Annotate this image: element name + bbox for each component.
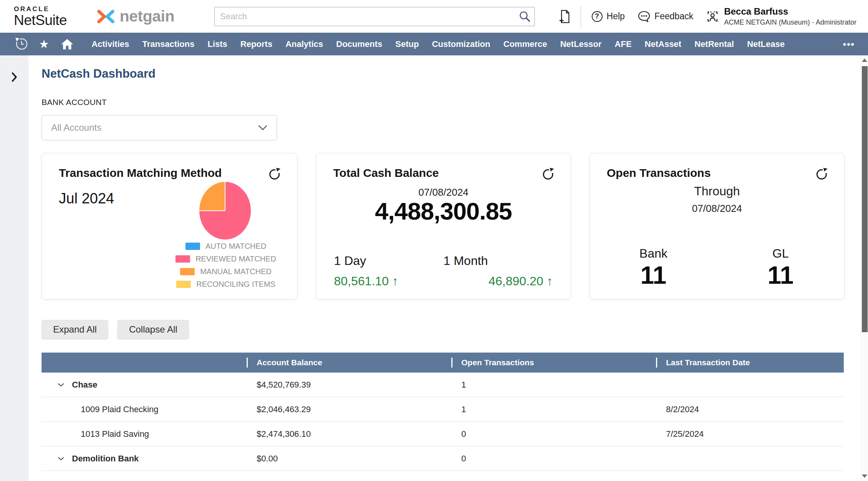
account-balance: $4,520,769.39 bbox=[247, 380, 451, 390]
oracle-netsuite-logo[interactable]: ORACLE NetSuite bbox=[14, 6, 67, 27]
help-button[interactable]: Help bbox=[592, 11, 625, 22]
netsuite-app: ORACLE NetSuite netgain bbox=[0, 0, 868, 481]
header-actions: Help Feedback bbox=[559, 6, 868, 27]
expand-panel-chevron-icon[interactable] bbox=[12, 72, 17, 83]
legend-label: AUTO MATCHED bbox=[205, 242, 266, 251]
nav-overflow-icon[interactable]: ••• bbox=[843, 39, 855, 50]
nav-item-afe[interactable]: AFE bbox=[608, 39, 638, 49]
column-header-account-balance: Account Balance bbox=[247, 358, 451, 367]
account-balance: $0.00 bbox=[247, 454, 451, 464]
netgain-wordmark: netgain bbox=[120, 7, 174, 25]
legend-item[interactable]: RECONCILING ITEMS bbox=[176, 279, 275, 290]
search-icon[interactable] bbox=[519, 10, 531, 23]
nav-item-netasset[interactable]: NetAsset bbox=[638, 39, 688, 49]
favorites-icon[interactable] bbox=[39, 38, 49, 50]
page-body: NetCash Dashboard BANK ACCOUNT All Accou… bbox=[0, 55, 868, 481]
help-label: Help bbox=[607, 11, 625, 22]
help-icon bbox=[592, 11, 603, 22]
create-new-icon[interactable] bbox=[559, 10, 571, 23]
home-icon[interactable] bbox=[61, 38, 73, 50]
bank-count-column: Bank 11 bbox=[590, 246, 717, 288]
collapse-group-chevron-icon[interactable] bbox=[58, 457, 64, 461]
netgain-x-icon bbox=[95, 8, 116, 25]
legend-label: REVIEWED MATCHED bbox=[195, 255, 276, 263]
one-month-label: 1 Month bbox=[444, 254, 553, 268]
card-title: Transaction Matching Method bbox=[59, 166, 222, 180]
account-name: Chase bbox=[72, 380, 97, 390]
card-title: Open Transactions bbox=[607, 166, 711, 180]
nav-item-netrental[interactable]: NetRental bbox=[688, 39, 741, 49]
nav-item-setup[interactable]: Setup bbox=[389, 39, 426, 49]
column-header-open-transactions: Open Transactions bbox=[451, 358, 656, 367]
open-transactions-count: 0 bbox=[451, 429, 656, 439]
legend-item[interactable]: MANUAL MATCHED bbox=[180, 266, 272, 277]
refresh-icon[interactable] bbox=[269, 168, 282, 180]
open-transactions-count: 1 bbox=[451, 380, 656, 390]
balance-as-of-date: 07/08/2024 bbox=[316, 186, 571, 198]
through-date: 07/08/2024 bbox=[590, 203, 844, 215]
user-menu[interactable]: Becca Barfuss ACME NETGAIN (Museum) - Ad… bbox=[724, 6, 856, 27]
table-header: Account Balance Open Transactions Last T… bbox=[42, 353, 844, 373]
search-input[interactable] bbox=[214, 7, 535, 26]
one-month-change: 46,890.20 ↑ bbox=[444, 274, 553, 288]
dashboard-main: NetCash Dashboard BANK ACCOUNT All Accou… bbox=[28, 55, 868, 481]
nav-item-netlessor[interactable]: NetLessor bbox=[554, 39, 608, 49]
account-name: 1009 Plaid Checking bbox=[81, 404, 159, 414]
account-name-cell: 1009 Plaid Checking bbox=[42, 404, 247, 414]
vertical-scrollbar[interactable] bbox=[861, 55, 868, 481]
table-row[interactable]: 1013 Plaid Saving $2,474,306.10 0 7/25/2… bbox=[42, 422, 844, 446]
nav-item-lists[interactable]: Lists bbox=[201, 39, 234, 49]
refresh-icon[interactable] bbox=[816, 168, 829, 180]
table-row[interactable]: Chase $4,520,769.39 1 bbox=[42, 373, 844, 397]
gl-label: GL bbox=[717, 246, 845, 261]
legend-swatch bbox=[185, 243, 200, 250]
account-name-cell: 1013 Plaid Saving bbox=[42, 429, 247, 439]
collapse-all-button[interactable]: Collapse All bbox=[117, 320, 189, 339]
legend-item[interactable]: REVIEWED MATCHED bbox=[175, 254, 276, 264]
collapse-group-chevron-icon[interactable] bbox=[58, 383, 64, 387]
matching-period: Jul 2024 bbox=[59, 190, 114, 207]
nav-item-analytics[interactable]: Analytics bbox=[279, 39, 330, 49]
chart-legend: AUTO MATCHED REVIEWED MATCHED MANUAL MAT… bbox=[157, 241, 294, 290]
one-day-label: 1 Day bbox=[334, 254, 444, 268]
account-name-cell: Demolition Bank bbox=[42, 454, 247, 464]
feedback-button[interactable]: Feedback bbox=[638, 11, 693, 22]
collapsed-side-panel bbox=[0, 55, 28, 481]
bank-account-label: BANK ACCOUNT bbox=[42, 98, 849, 107]
change-role-icon[interactable] bbox=[706, 10, 719, 23]
legend-label: MANUAL MATCHED bbox=[200, 267, 272, 276]
table-actions: Expand All Collapse All bbox=[42, 320, 849, 339]
nav-item-transactions[interactable]: Transactions bbox=[136, 39, 201, 49]
one-month-change-value: 46,890.20 bbox=[489, 274, 543, 288]
table-row[interactable]: Demolition Bank $0.00 0 bbox=[42, 446, 844, 471]
open-transactions-card: Open Transactions Through 07/08/2024 Ban… bbox=[589, 153, 845, 300]
card-title: Total Cash Balance bbox=[333, 166, 439, 180]
scrollbar-thumb[interactable] bbox=[862, 66, 868, 332]
nav-item-netlease[interactable]: NetLease bbox=[741, 39, 791, 49]
refresh-icon[interactable] bbox=[543, 168, 555, 180]
nav-item-customization[interactable]: Customization bbox=[426, 39, 497, 49]
up-arrow-icon: ↑ bbox=[547, 274, 553, 288]
account-balance: $2,046,463.29 bbox=[247, 404, 451, 414]
nav-item-activities[interactable]: Activities bbox=[85, 39, 136, 49]
gl-count-column: GL 11 bbox=[717, 246, 845, 288]
table-row[interactable]: 1009 Plaid Checking $2,046,463.29 1 8/2/… bbox=[42, 397, 844, 422]
bank-account-selected-value: All Accounts bbox=[51, 122, 102, 133]
open-transactions-count: 0 bbox=[451, 454, 656, 464]
user-name: Becca Barfuss bbox=[724, 6, 856, 17]
expand-all-button[interactable]: Expand All bbox=[42, 320, 108, 339]
scroll-up-arrow-icon[interactable] bbox=[862, 58, 867, 62]
nav-item-commerce[interactable]: Commerce bbox=[497, 39, 554, 49]
legend-swatch bbox=[176, 281, 191, 288]
column-header-last-transaction-date: Last Transaction Date bbox=[656, 358, 844, 367]
netgain-logo: netgain bbox=[95, 7, 174, 25]
bank-account-select[interactable]: All Accounts bbox=[42, 115, 277, 140]
nav-item-reports[interactable]: Reports bbox=[234, 39, 279, 49]
chevron-down-icon bbox=[258, 125, 267, 131]
account-name: Demolition Bank bbox=[72, 454, 139, 464]
legend-item[interactable]: AUTO MATCHED bbox=[185, 241, 266, 251]
scroll-down-arrow-icon[interactable] bbox=[862, 474, 867, 478]
matching-pie[interactable] bbox=[199, 182, 251, 240]
nav-item-documents[interactable]: Documents bbox=[330, 39, 389, 49]
recent-records-icon[interactable] bbox=[16, 38, 27, 50]
